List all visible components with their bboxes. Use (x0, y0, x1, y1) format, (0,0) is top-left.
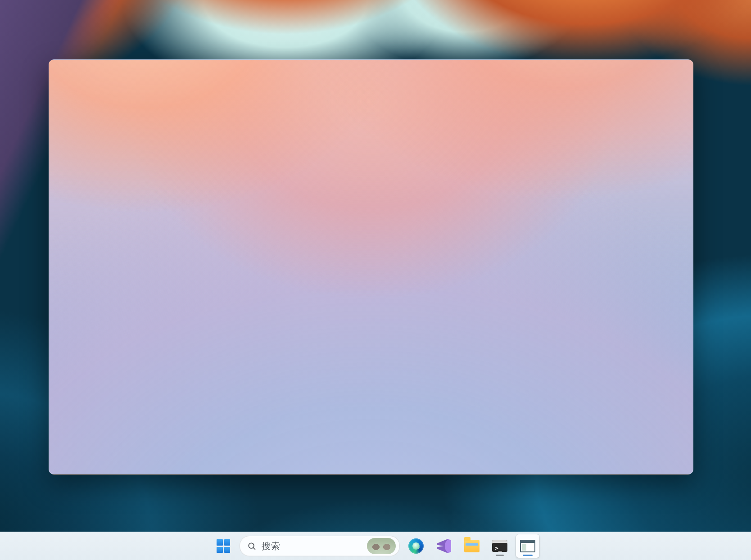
taskbar-search[interactable]: 搜索 (240, 536, 400, 556)
taskbar-app-foreground[interactable] (516, 534, 539, 558)
taskbar-app-terminal[interactable] (488, 534, 511, 558)
terminal-icon (492, 540, 507, 552)
app-window-icon (520, 540, 535, 552)
search-placeholder: 搜索 (262, 540, 362, 552)
running-indicator (496, 555, 504, 556)
search-icon (247, 542, 256, 551)
svg-line-1 (253, 548, 255, 550)
taskbar-app-file-explorer[interactable] (460, 534, 484, 558)
taskbar: 搜索 (0, 532, 751, 560)
search-highlight-icon (367, 538, 396, 554)
svg-point-0 (249, 543, 254, 548)
edge-icon (408, 538, 424, 554)
start-button[interactable] (212, 534, 235, 558)
foreground-window[interactable] (49, 59, 693, 474)
visual-studio-icon (437, 539, 451, 553)
windows-logo-icon (217, 539, 230, 553)
folder-icon (464, 540, 480, 552)
taskbar-app-visual-studio[interactable] (432, 534, 456, 558)
taskbar-app-edge[interactable] (404, 534, 428, 558)
running-indicator (523, 555, 533, 556)
